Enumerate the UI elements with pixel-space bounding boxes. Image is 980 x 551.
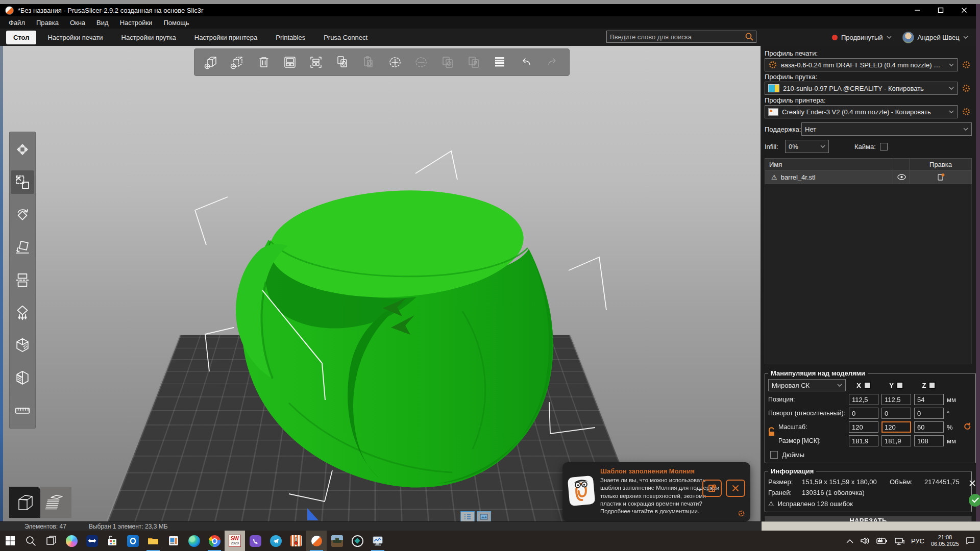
scale-gizmo-arrows[interactable] xyxy=(383,298,414,335)
rotate-tool-button[interactable] xyxy=(11,203,34,227)
coord-system-combo[interactable]: Мировая СК xyxy=(768,379,846,391)
view-preview-button[interactable] xyxy=(40,487,71,518)
redo-button[interactable] xyxy=(541,51,564,73)
move-tool-button[interactable] xyxy=(11,138,34,161)
round-utility-icon[interactable] xyxy=(347,531,368,551)
scale-y-input[interactable] xyxy=(881,421,911,433)
hwmonitor-icon[interactable] xyxy=(368,531,388,551)
rotation-x-input[interactable] xyxy=(849,408,878,419)
solidworks-icon[interactable]: SW2020 xyxy=(225,531,245,551)
notification-docs-button[interactable] xyxy=(702,480,722,497)
inches-checkbox[interactable] xyxy=(770,451,778,459)
task-view-button[interactable] xyxy=(41,531,61,551)
printer-profile-combo[interactable]: Creality Ender-3 V2 (0.4 mm nozzle) - Ко… xyxy=(765,105,958,118)
delete-object-button[interactable] xyxy=(226,51,249,73)
coretemp-icon[interactable] xyxy=(286,531,306,551)
minimize-button[interactable] xyxy=(905,4,929,16)
add-instance-button[interactable] xyxy=(384,51,406,73)
notification-settings-icon[interactable] xyxy=(738,510,745,517)
print-profile-combo[interactable]: ваза-0.6-0.24 mm DRAFT SPEED (0.4 mm noz… xyxy=(765,58,958,71)
telegram-icon[interactable] xyxy=(265,531,286,551)
measure-tool-button[interactable] xyxy=(11,399,34,422)
remove-instance-button[interactable] xyxy=(410,51,432,73)
mini-image-toggle[interactable] xyxy=(477,511,491,521)
user-avatar[interactable] xyxy=(902,32,914,43)
menu-windows[interactable]: Окна xyxy=(64,17,91,28)
clock[interactable]: 21:08 06.05.2025 xyxy=(931,534,959,547)
scale-tool-button[interactable] xyxy=(11,170,34,194)
tab-filament-settings[interactable]: Настройки прутка xyxy=(114,31,183,44)
volume-icon[interactable] xyxy=(860,537,870,545)
tab-printer-settings[interactable]: Настройки принтера xyxy=(187,31,265,44)
print-settings-gear-button[interactable] xyxy=(961,59,972,70)
copy-button[interactable] xyxy=(331,51,354,73)
menu-edit[interactable]: Правка xyxy=(31,17,64,28)
size-z-input[interactable] xyxy=(914,435,944,446)
copilot-icon[interactable] xyxy=(61,531,82,551)
scale-reset-button[interactable] xyxy=(963,422,972,432)
ms-store-icon[interactable] xyxy=(102,531,122,551)
arrange-button[interactable] xyxy=(279,51,301,73)
notification-close-button[interactable] xyxy=(726,480,745,497)
undo-button[interactable] xyxy=(515,51,537,73)
brim-checkbox[interactable] xyxy=(880,143,888,151)
support-combo[interactable]: Нет xyxy=(801,122,972,136)
photos-app-icon[interactable] xyxy=(163,531,184,551)
paste-button[interactable] xyxy=(357,51,380,73)
printer-settings-gear-button[interactable] xyxy=(961,106,972,117)
visibility-cell[interactable] xyxy=(893,170,910,184)
mini-list-toggle[interactable] xyxy=(460,511,475,521)
rotation-z-input[interactable] xyxy=(914,408,944,419)
notification-center-icon[interactable] xyxy=(966,537,975,545)
language-indicator[interactable]: РУС xyxy=(911,537,924,545)
object-row[interactable]: ⚠ barrel_4r.stl xyxy=(765,170,971,184)
position-y-input[interactable] xyxy=(881,394,911,405)
edge-icon[interactable] xyxy=(184,531,204,551)
viewport-3d[interactable] xyxy=(3,46,761,521)
menu-file[interactable]: Файл xyxy=(3,17,31,28)
size-x-input[interactable] xyxy=(849,435,878,446)
cut-tool-button[interactable] xyxy=(11,268,34,292)
view-3d-button[interactable] xyxy=(9,487,40,518)
scale-x-input[interactable] xyxy=(849,421,878,433)
user-name[interactable]: Андрей Швец xyxy=(918,34,960,41)
mode-chevron-icon[interactable] xyxy=(887,36,892,39)
close-button[interactable] xyxy=(952,4,976,16)
tab-print-settings[interactable]: Настройки печати xyxy=(40,31,110,44)
search-input[interactable] xyxy=(607,33,744,41)
support-paint-tool-button[interactable] xyxy=(11,301,34,324)
chrome-icon[interactable] xyxy=(204,531,225,551)
menu-settings[interactable]: Настройки xyxy=(114,17,158,28)
network-icon[interactable] xyxy=(894,537,904,545)
mode-selector[interactable]: Продвинутый xyxy=(841,34,883,41)
filament-profile-combo[interactable]: 210-sunlu-0.97 PLA @CREALITY - Копироват… xyxy=(765,82,958,95)
scale-z-input[interactable] xyxy=(914,421,944,433)
start-button[interactable] xyxy=(0,531,20,551)
position-z-input[interactable] xyxy=(914,394,944,405)
hidden-notification-close-icon[interactable]: ✕ xyxy=(968,478,976,489)
tab-printables[interactable]: Printables xyxy=(268,31,312,44)
taskbar-search-button[interactable] xyxy=(20,531,41,551)
mmu-paint-tool-button[interactable] xyxy=(11,366,34,390)
variable-layer-height-button[interactable] xyxy=(488,51,511,73)
arrange-selection-button[interactable] xyxy=(305,51,327,73)
tab-plater[interactable]: Стол xyxy=(6,31,36,44)
size-y-input[interactable] xyxy=(881,435,911,446)
uniform-scale-lock-button[interactable] xyxy=(767,426,776,439)
split-parts-button[interactable] xyxy=(462,51,485,73)
maximize-button[interactable] xyxy=(929,4,952,16)
delete-all-button[interactable] xyxy=(253,51,275,73)
battery-icon[interactable] xyxy=(876,537,888,544)
add-object-button[interactable] xyxy=(200,51,223,73)
position-x-input[interactable] xyxy=(849,394,878,405)
seam-paint-tool-button[interactable] xyxy=(11,334,34,357)
prusaslicer-taskbar-icon[interactable] xyxy=(306,531,327,551)
menu-view[interactable]: Вид xyxy=(91,17,114,28)
user-chevron-icon[interactable] xyxy=(963,36,968,39)
tab-prusa-connect[interactable]: Prusa Connect xyxy=(316,31,375,44)
rotation-y-input[interactable] xyxy=(881,408,911,419)
file-explorer-icon[interactable] xyxy=(143,531,163,551)
infill-combo[interactable]: 0% xyxy=(785,140,829,153)
menu-help[interactable]: Помощь xyxy=(158,17,194,28)
tray-expand-icon[interactable] xyxy=(846,539,853,543)
